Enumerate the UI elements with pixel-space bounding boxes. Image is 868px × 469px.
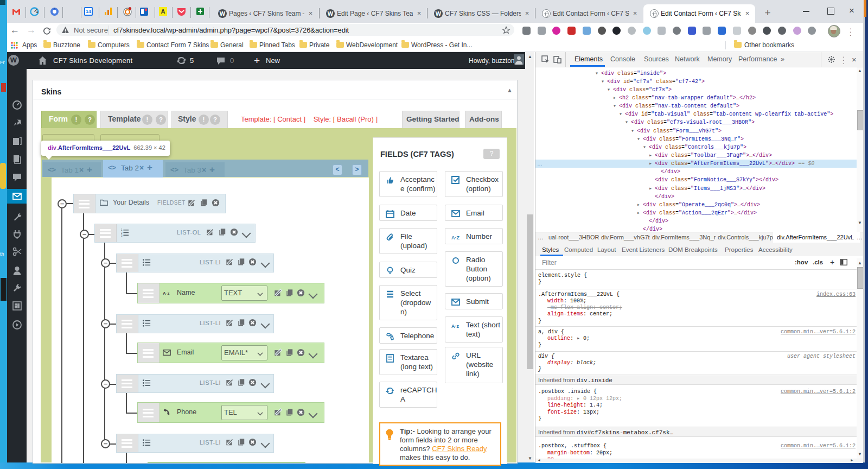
svg-text:2: 2 [121, 232, 123, 234]
svg-text:3: 3 [121, 234, 123, 237]
svg-text:A·Z: A·Z [451, 235, 459, 240]
svg-text:A-z: A-z [163, 291, 169, 296]
svg-text:A·z: A·z [451, 324, 459, 329]
svg-text:1: 1 [121, 229, 123, 231]
